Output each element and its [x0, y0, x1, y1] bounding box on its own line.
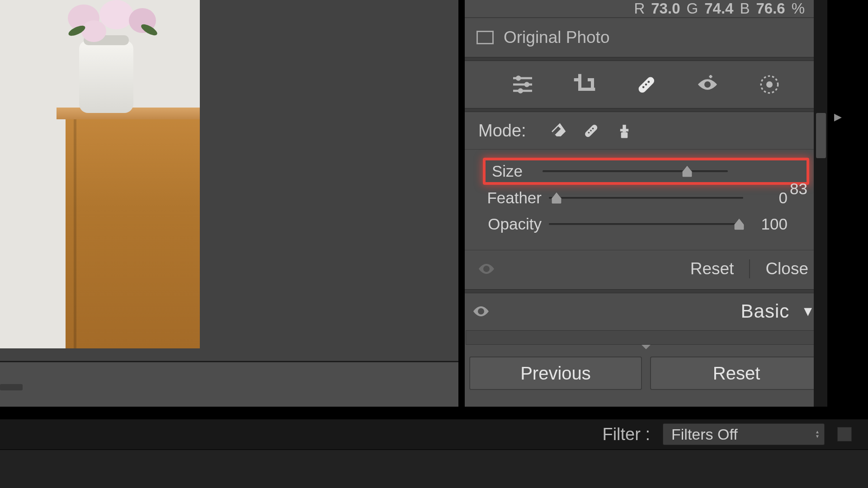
- mode-label: Mode:: [478, 121, 526, 141]
- divider: [749, 259, 750, 278]
- feather-value: 0: [750, 189, 788, 207]
- previous-button[interactable]: Previous: [469, 357, 642, 390]
- svg-point-13: [588, 132, 590, 134]
- redeye-icon[interactable]: [695, 72, 720, 97]
- tool-strip: [465, 61, 827, 108]
- size-slider[interactable]: [542, 162, 728, 180]
- svg-point-5: [518, 88, 524, 94]
- panel-notch[interactable]: [465, 345, 827, 350]
- r-value: 73.0: [651, 0, 680, 17]
- toolbar-handle[interactable]: [0, 384, 23, 390]
- filter-select[interactable]: Filters Off ▲▼: [663, 423, 825, 445]
- size-thumb[interactable]: [681, 164, 693, 178]
- original-photo-row[interactable]: Original Photo: [465, 18, 827, 57]
- b-label: B: [740, 0, 750, 17]
- original-photo-label: Original Photo: [504, 28, 609, 47]
- size-slider-row: Size: [483, 158, 809, 185]
- filter-value: Filters Off: [671, 426, 738, 443]
- collapse-icon[interactable]: ▼: [801, 304, 815, 319]
- feather-slider-row: Feather 0: [483, 185, 809, 211]
- svg-point-8: [645, 84, 647, 86]
- sliders-icon[interactable]: [510, 72, 535, 97]
- visibility-toggle-icon[interactable]: [478, 263, 495, 275]
- rgb-readout: R 73.0 G 74.4 B 76.6 %: [465, 0, 827, 18]
- photo-content: [0, 0, 200, 348]
- svg-point-11: [766, 81, 773, 88]
- eraser-icon[interactable]: [547, 120, 568, 141]
- feather-thumb[interactable]: [551, 191, 562, 205]
- heal-icon[interactable]: [633, 72, 659, 97]
- feather-slider[interactable]: [549, 189, 743, 207]
- scrollbar-thumb[interactable]: [816, 113, 826, 158]
- g-label: G: [687, 0, 698, 17]
- heal-mode-icon[interactable]: [580, 120, 601, 141]
- svg-point-14: [590, 130, 592, 131]
- percent-symbol: %: [792, 0, 805, 17]
- filter-bar: Filter : Filters Off ▲▼: [0, 419, 868, 449]
- nav-buttons: Previous Reset: [465, 350, 827, 396]
- tool-actions-row: Reset Close: [465, 250, 827, 289]
- basic-label: Basic: [741, 300, 790, 322]
- select-stepper-icon[interactable]: ▲▼: [815, 430, 820, 438]
- svg-point-7: [642, 86, 645, 89]
- close-link[interactable]: Close: [765, 259, 808, 278]
- crop-icon[interactable]: [572, 72, 597, 97]
- feather-label: Feather: [483, 189, 542, 207]
- b-value: 76.6: [756, 0, 785, 17]
- size-value: 83: [790, 180, 807, 198]
- opacity-slider-row: Opacity 100: [483, 211, 809, 237]
- opacity-value: 100: [750, 215, 788, 233]
- brush-sliders: Size Feather 0 Opacity: [465, 149, 827, 250]
- basic-panel-header[interactable]: Basic ▼: [465, 293, 827, 330]
- svg-point-1: [516, 75, 521, 81]
- filter-label: Filter :: [602, 425, 650, 444]
- opacity-slider[interactable]: [549, 215, 743, 233]
- mode-row: Mode:: [465, 112, 827, 149]
- image-preview[interactable]: [0, 0, 458, 361]
- panel-scrollbar[interactable]: [814, 0, 827, 407]
- svg-point-15: [592, 128, 594, 130]
- opacity-thumb[interactable]: [733, 217, 745, 231]
- filmstrip-area[interactable]: [0, 449, 868, 488]
- original-photo-checkbox[interactable]: [476, 31, 494, 44]
- svg-point-3: [524, 82, 530, 87]
- opacity-label: Opacity: [483, 215, 542, 233]
- basic-visibility-icon[interactable]: [473, 305, 489, 317]
- reset-button[interactable]: Reset: [650, 357, 823, 390]
- expand-arrow-icon[interactable]: ▶: [834, 111, 842, 123]
- preview-toolbar: [0, 361, 458, 407]
- svg-rect-16: [621, 132, 627, 138]
- clone-icon[interactable]: [614, 120, 635, 141]
- develop-panel: R 73.0 G 74.4 B 76.6 % Original Photo Mo…: [465, 0, 827, 407]
- basic-subpanel: [466, 330, 826, 345]
- radial-icon[interactable]: [757, 72, 782, 97]
- g-value: 74.4: [704, 0, 733, 17]
- size-label: Size: [492, 162, 535, 180]
- filter-lock-toggle[interactable]: [837, 427, 852, 441]
- svg-point-9: [647, 81, 650, 83]
- r-label: R: [634, 0, 645, 17]
- reset-link[interactable]: Reset: [690, 259, 734, 278]
